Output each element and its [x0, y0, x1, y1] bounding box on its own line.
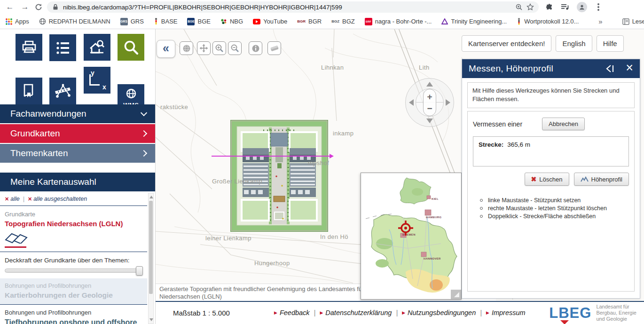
list-icon [55, 40, 71, 56]
zoom-page-icon[interactable] [515, 3, 523, 11]
bookmarks-maps-button[interactable] [16, 78, 42, 104]
eraser-button[interactable] [267, 41, 281, 55]
footer-links: ▶Feedback | ▶Datenschutzerklärung | ▶Nut… [274, 309, 526, 316]
bullet-icon [480, 199, 483, 202]
pan-south-arrow[interactable] [426, 119, 433, 123]
cancel-button[interactable]: Abbrechen [542, 118, 585, 130]
hint-item: Doppelklick - Strecke/Fläche abschließen [473, 213, 629, 220]
bookmark-star-icon[interactable] [526, 3, 534, 11]
collapse-sidebar-button[interactable]: « [157, 40, 175, 58]
coordinates-button[interactable]: y x [84, 67, 110, 94]
print-button[interactable] [16, 34, 42, 61]
scroll-down-arrow[interactable] [149, 318, 153, 321]
help-button[interactable]: Hilfe [597, 35, 624, 52]
opacity-slider[interactable] [5, 269, 142, 273]
legend-button[interactable] [49, 34, 76, 61]
sidebar-scrollbar[interactable] [148, 193, 154, 324]
map-layers-icon[interactable] [5, 231, 28, 244]
address-bar[interactable]: nibis.lbeg.de/cardomap3/?TH=PROFIL|BKBOH… [47, 1, 539, 13]
map-navigation-control: + − [405, 78, 454, 127]
imprint-link[interactable]: ▶Impressum [486, 309, 526, 316]
sidebar-item-fachanwendungen[interactable]: Fachanwendungen [0, 104, 156, 123]
elevation-profile-button[interactable]: Höhenprofil [574, 173, 629, 186]
back-icon[interactable]: ← [5, 2, 15, 12]
search-button[interactable] [118, 34, 144, 61]
layer-item-tiefbohrungen[interactable]: Bohrungen und Profilbohrungen Tiefbohrun… [0, 305, 147, 324]
terms-link[interactable]: ▶Nutzungsbedingungen [402, 309, 476, 316]
clear-all-link[interactable]: alle [10, 196, 19, 202]
bookmark-nagra[interactable]: SRF nagra - Bohr-Orte -... [365, 18, 432, 25]
profile-avatar[interactable] [577, 2, 587, 12]
map-label: Lith [419, 64, 430, 71]
delete-button[interactable]: ✖ Löschen [525, 173, 569, 186]
bookmark-base[interactable]: BASE [154, 18, 178, 25]
bookmark-grs[interactable]: GRS GRS [120, 18, 144, 25]
footer-bar: Maßstab 1 : 5.000 ▶Feedback | ▶Datenschu… [156, 301, 644, 324]
measure-icon [54, 82, 72, 99]
layer-item-kartierbohrungen[interactable]: Bohrungen und Profilbohrungen Kartierboh… [0, 278, 147, 305]
language-button[interactable]: English [556, 35, 592, 52]
bookmark-trinity[interactable]: Trinity Engineering... [441, 18, 507, 25]
pan-button[interactable] [197, 41, 211, 55]
collapse-panel-icon [605, 64, 615, 73]
reload-icon[interactable] [35, 3, 42, 11]
overview-map[interactable]: KIEL HAMBURG BREMEN HANNOVER [361, 173, 462, 300]
extensions-icon[interactable] [545, 3, 553, 11]
apps-grid-icon [6, 18, 12, 25]
discover-mapserver-button[interactable]: Kartenserver entdecken! [462, 35, 551, 52]
chevron-right-icon [141, 130, 147, 137]
inset-resize-handle[interactable] [451, 290, 461, 299]
search-icon [123, 39, 140, 56]
sidebar-item-themenkarten[interactable]: Themenkarten [0, 144, 156, 163]
playlist-icon[interactable] [561, 3, 569, 11]
bookmark-bgr[interactable]: BGR BGR [297, 18, 322, 25]
clear-all-off-link[interactable]: alle ausgeschalteten [33, 196, 87, 202]
opacity-slider-handle[interactable] [136, 266, 143, 276]
forward-icon[interactable]: → [20, 2, 30, 12]
printer-icon [21, 39, 38, 56]
bookmark-youtube[interactable]: YouTube [253, 18, 287, 25]
bookmarks-bar: Apps REDPATH DEILMANN GRS GRS BASE BGE B… [0, 14, 644, 29]
sidebar-item-grundkarten[interactable]: Grundkarten [0, 124, 156, 143]
zoom-in-button[interactable] [212, 41, 226, 55]
zoom-in-icon [215, 44, 224, 53]
header-buttons: Kartenserver entdecken! English Hilfe [462, 35, 624, 52]
feedback-link[interactable]: ▶Feedback [274, 309, 310, 316]
panel-close-button[interactable]: × [626, 62, 633, 74]
bookmark-bge[interactable]: BGE BGE [187, 18, 210, 25]
reading-list-icon [622, 18, 629, 25]
panel-collapse-button[interactable] [605, 64, 615, 73]
bookmark-bgz[interactable]: BGZ BGZ [331, 18, 355, 25]
chrome-actions [545, 2, 602, 12]
my-map-selection-header: Meine Kartenauswahl [0, 173, 156, 191]
measure-button[interactable] [49, 78, 76, 104]
reading-list-button[interactable]: Leseliste [622, 18, 644, 25]
base-layer-title[interactable]: Topografien Niedersachsen (LGLN) [5, 220, 147, 228]
zoom-out-control[interactable]: − [424, 104, 436, 113]
zoom-in-control[interactable]: + [424, 92, 436, 101]
url-text: nibis.lbeg.de/cardomap3/?TH=PROFIL|BKBOH… [63, 4, 511, 11]
globe-icon [182, 44, 191, 53]
measuring-label: Vermessen einer [473, 120, 522, 128]
map-label: Großer Lienkamp [212, 178, 262, 185]
info-button[interactable] [249, 41, 262, 55]
scrollbar-thumb[interactable] [149, 201, 153, 294]
scroll-up-arrow[interactable] [149, 196, 153, 198]
pan-east-arrow[interactable] [446, 99, 450, 106]
bookmark-redpath[interactable]: REDPATH DEILMANN [39, 18, 110, 25]
pan-west-arrow[interactable] [409, 99, 414, 106]
zoom-out-button[interactable] [228, 41, 242, 55]
bookmark-apps[interactable]: Apps [6, 18, 29, 25]
bookmark-wortprotokoll[interactable]: Wortprotokoll 12.0... [517, 18, 579, 25]
address-search-button[interactable] [84, 34, 110, 61]
chevron-down-icon [141, 110, 147, 116]
svg-text:KIEL: KIEL [432, 198, 439, 200]
menu-dots-icon[interactable] [597, 6, 599, 8]
bookmark-nbg[interactable]: NBG [220, 18, 243, 25]
bookmarks-overflow-chevron[interactable]: » [598, 17, 602, 25]
map-label: leiner Lienkamp [205, 235, 251, 242]
pan-north-arrow[interactable] [426, 82, 433, 87]
privacy-link[interactable]: ▶Datenschutzerklärung [320, 309, 392, 316]
hint-item: rechte Maustaste - letzten Stützpunkt lö… [473, 205, 629, 212]
full-extent-button[interactable] [180, 41, 193, 55]
